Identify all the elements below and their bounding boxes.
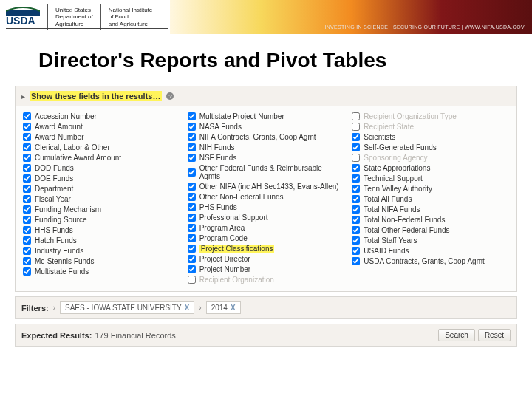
field-checkbox[interactable] bbox=[188, 214, 196, 222]
field-item[interactable]: DOD Funds bbox=[23, 164, 180, 172]
field-item[interactable]: Multistate Funds bbox=[23, 267, 180, 276]
field-checkbox[interactable] bbox=[352, 174, 360, 183]
field-item[interactable]: Accession Number bbox=[23, 112, 180, 120]
field-checkbox[interactable] bbox=[23, 247, 31, 255]
close-icon[interactable]: X bbox=[185, 304, 190, 312]
field-item[interactable]: Self-Generated Funds bbox=[352, 143, 509, 151]
field-item[interactable]: Clerical, Labor & Other bbox=[23, 143, 180, 151]
field-checkbox[interactable] bbox=[352, 205, 360, 214]
field-item[interactable]: Cumulative Award Amount bbox=[23, 154, 180, 162]
close-icon[interactable]: X bbox=[231, 304, 236, 312]
field-item[interactable]: Department bbox=[23, 185, 180, 193]
field-item[interactable]: NSF Funds bbox=[188, 154, 345, 162]
help-icon[interactable]: ? bbox=[166, 92, 174, 100]
reset-button[interactable]: Reset bbox=[478, 329, 511, 341]
field-item[interactable]: Industry Funds bbox=[23, 247, 180, 255]
field-item[interactable]: Technical Support bbox=[352, 174, 509, 183]
field-checkbox[interactable] bbox=[352, 143, 360, 151]
field-checkbox[interactable] bbox=[188, 112, 196, 120]
field-checkbox[interactable] bbox=[188, 183, 196, 191]
filter-chip-org[interactable]: SAES - IOWA STATE UNIVERSITY X bbox=[60, 301, 194, 314]
field-checkbox[interactable] bbox=[352, 257, 360, 265]
field-item[interactable]: Total Non-Federal Funds bbox=[352, 216, 509, 224]
field-checkbox[interactable] bbox=[23, 133, 31, 141]
field-checkbox[interactable] bbox=[23, 226, 31, 234]
search-button[interactable]: Search bbox=[438, 329, 475, 341]
field-checkbox[interactable] bbox=[352, 164, 360, 172]
field-item[interactable]: Recipient Organization Type bbox=[352, 112, 509, 120]
field-item[interactable]: Tenn Valley Authority bbox=[352, 185, 509, 193]
field-checkbox[interactable] bbox=[188, 234, 196, 242]
field-item[interactable]: Hatch Funds bbox=[23, 236, 180, 245]
field-checkbox[interactable] bbox=[23, 267, 31, 276]
field-item[interactable]: NIFA Contracts, Grants, Coop Agmt bbox=[188, 133, 345, 141]
filter-chip-year[interactable]: 2014 X bbox=[206, 301, 241, 314]
field-checkbox[interactable] bbox=[188, 203, 196, 211]
field-checkbox[interactable] bbox=[188, 193, 196, 201]
field-checkbox[interactable] bbox=[188, 255, 196, 263]
field-checkbox[interactable] bbox=[23, 143, 31, 151]
field-checkbox[interactable] bbox=[23, 236, 31, 245]
field-checkbox[interactable] bbox=[352, 216, 360, 224]
field-item[interactable]: Scientists bbox=[352, 133, 509, 141]
field-item[interactable]: Total Staff Years bbox=[352, 236, 509, 245]
field-checkbox[interactable] bbox=[188, 133, 196, 141]
field-item[interactable]: Project Number bbox=[188, 265, 345, 273]
field-item[interactable]: DOE Funds bbox=[23, 174, 180, 183]
fields-panel-header[interactable]: ▸ Show these fields in the results… ? bbox=[16, 86, 516, 106]
field-item[interactable]: Fiscal Year bbox=[23, 195, 180, 203]
field-checkbox[interactable] bbox=[352, 154, 360, 162]
field-checkbox[interactable] bbox=[352, 112, 360, 120]
field-item[interactable]: Total All Funds bbox=[352, 195, 509, 203]
field-checkbox[interactable] bbox=[352, 185, 360, 193]
field-item[interactable]: Funding Mechanism bbox=[23, 205, 180, 214]
field-checkbox[interactable] bbox=[23, 112, 31, 120]
field-checkbox[interactable] bbox=[23, 216, 31, 224]
field-item[interactable]: Total Other Federal Funds bbox=[352, 226, 509, 234]
field-checkbox[interactable] bbox=[23, 154, 31, 162]
field-item[interactable]: Recipient Organization bbox=[188, 276, 345, 284]
field-checkbox[interactable] bbox=[352, 123, 360, 131]
field-checkbox[interactable] bbox=[23, 123, 31, 131]
field-item[interactable]: Total NIFA Funds bbox=[352, 205, 509, 214]
field-item[interactable]: Mc-Stennis Funds bbox=[23, 257, 180, 265]
field-checkbox[interactable] bbox=[23, 174, 31, 183]
field-item[interactable]: Professional Support bbox=[188, 214, 345, 222]
field-checkbox[interactable] bbox=[188, 276, 196, 284]
field-item[interactable]: State Appropriations bbox=[352, 164, 509, 172]
field-checkbox[interactable] bbox=[352, 195, 360, 203]
field-item[interactable]: Project Classifications bbox=[188, 245, 345, 253]
field-item[interactable]: Program Code bbox=[188, 234, 345, 242]
field-checkbox[interactable] bbox=[188, 168, 196, 177]
field-item[interactable]: Other Non-Federal Funds bbox=[188, 193, 345, 201]
field-checkbox[interactable] bbox=[352, 133, 360, 141]
field-checkbox[interactable] bbox=[352, 226, 360, 234]
field-item[interactable]: Project Director bbox=[188, 255, 345, 263]
field-item[interactable]: Sponsoring Agency bbox=[352, 154, 509, 162]
field-item[interactable]: Award Amount bbox=[23, 123, 180, 131]
field-checkbox[interactable] bbox=[188, 265, 196, 273]
field-item[interactable]: USDA Contracts, Grants, Coop Agmt bbox=[352, 257, 509, 265]
field-checkbox[interactable] bbox=[23, 164, 31, 172]
field-item[interactable]: Other NIFA (inc AH Sec1433, Evans-Allen) bbox=[188, 183, 345, 191]
field-item[interactable]: Award Number bbox=[23, 133, 180, 141]
field-item[interactable]: PHS Funds bbox=[188, 203, 345, 211]
field-checkbox[interactable] bbox=[188, 123, 196, 131]
field-checkbox[interactable] bbox=[188, 154, 196, 162]
field-checkbox[interactable] bbox=[23, 257, 31, 265]
field-item[interactable]: NASA Funds bbox=[188, 123, 345, 131]
field-item[interactable]: Other Federal Funds & Reimbursable Agmts bbox=[188, 164, 345, 180]
field-checkbox[interactable] bbox=[188, 143, 196, 151]
field-checkbox[interactable] bbox=[188, 245, 196, 253]
field-item[interactable]: NIH Funds bbox=[188, 143, 345, 151]
field-item[interactable]: Funding Source bbox=[23, 216, 180, 224]
field-item[interactable]: HHS Funds bbox=[23, 226, 180, 234]
field-item[interactable]: Recipient State bbox=[352, 123, 509, 131]
field-item[interactable]: USAID Funds bbox=[352, 247, 509, 255]
field-checkbox[interactable] bbox=[352, 236, 360, 245]
field-checkbox[interactable] bbox=[188, 224, 196, 232]
field-checkbox[interactable] bbox=[23, 195, 31, 203]
field-checkbox[interactable] bbox=[352, 247, 360, 255]
field-checkbox[interactable] bbox=[23, 185, 31, 193]
field-checkbox[interactable] bbox=[23, 205, 31, 214]
